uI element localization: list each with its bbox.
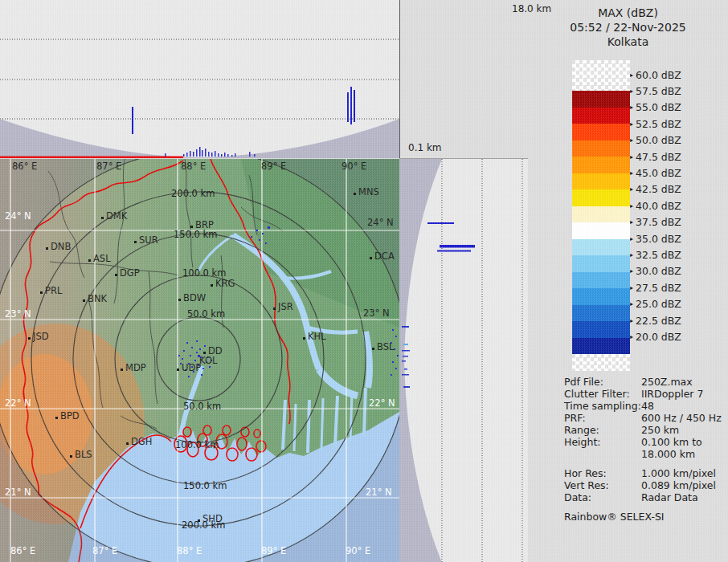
level-arrow-icon: ▸	[630, 333, 633, 340]
legend-level-57.5-dBZ: ▸57.5 dBZ	[630, 85, 681, 96]
legend-level-50.0-dBZ: ▸50.0 dBZ	[630, 135, 681, 146]
meta-value: 250 km	[641, 424, 725, 436]
colorbar-band-9	[572, 239, 630, 256]
legend-header: MAX (dBZ) 05:52 / 22-Nov-2025 Kolkata	[528, 6, 728, 49]
colorbar-band-1	[572, 108, 630, 124]
meta-value: Radar Data	[641, 491, 725, 503]
level-text: 57.5 dBZ	[636, 85, 681, 97]
level-arrow-icon: ▸	[630, 104, 633, 111]
meta-value: 250Z.max	[641, 376, 725, 388]
meta-label: Data:	[564, 491, 641, 503]
level-arrow-icon: ▸	[630, 202, 633, 210]
legend-level-40.0-dBZ: ▸40.0 dBZ	[630, 200, 681, 211]
colorbar-band-11	[572, 272, 630, 289]
meta-row-pdffile: Pdf File:250Z.max	[564, 376, 725, 388]
level-text: 60.0 dBZ	[636, 69, 681, 81]
colorbar-band-2	[572, 124, 630, 140]
scan-metadata: Pdf File:250Z.maxClutter Filter:IIRDoppl…	[564, 376, 725, 523]
legend-level-32.5-dBZ: ▸32.5 dBZ	[630, 249, 681, 260]
meta-row-range: Range:250 km	[564, 424, 725, 436]
level-arrow-icon: ▸	[630, 235, 633, 242]
legend-level-55.0-dBZ: ▸55.0 dBZ	[630, 102, 681, 113]
legend-level-20.0-dBZ: ▸20.0 dBZ	[630, 331, 681, 342]
colorbar-band-7	[572, 206, 630, 223]
colorbar-band-0	[572, 91, 630, 108]
level-text: 42.5 dBZ	[636, 183, 681, 195]
meta-row-prf: PRF:600 Hz / 450 Hz	[564, 412, 725, 424]
level-text: 55.0 dBZ	[636, 101, 681, 113]
colorbar-band-13	[572, 305, 630, 322]
colorbar-below-min-checker	[572, 354, 630, 371]
meta-value: 1.000 km/pixel	[641, 467, 725, 479]
level-arrow-icon: ▸	[630, 71, 633, 79]
legend-level-27.5-dBZ: ▸27.5 dBZ	[630, 282, 681, 293]
legend-level-52.5-dBZ: ▸52.5 dBZ	[630, 118, 681, 129]
top-panel-canvas	[0, 0, 399, 158]
legend-level-25.0-dBZ: ▸25.0 dBZ	[630, 299, 681, 310]
echo-rows	[427, 222, 475, 252]
station-name: Kolkata	[528, 35, 728, 49]
colorbar-band-12	[572, 288, 630, 305]
map-canvas	[0, 159, 399, 562]
meta-label: Range:	[564, 424, 641, 436]
level-arrow-icon: ▸	[630, 120, 633, 128]
product-title: MAX (dBZ)	[528, 6, 728, 20]
level-arrow-icon: ▸	[630, 284, 633, 291]
level-arrow-icon: ▸	[630, 185, 633, 193]
level-arrow-icon: ▸	[630, 88, 633, 95]
level-text: 50.0 dBZ	[636, 134, 681, 146]
colorbar-band-15	[572, 338, 630, 355]
software-brand: Rainbow® SELEX-SI	[564, 511, 725, 523]
legend-level-42.5-dBZ: ▸42.5 dBZ	[630, 184, 681, 195]
colorbar-band-14	[572, 321, 630, 338]
level-arrow-icon: ▸	[630, 251, 633, 259]
vertical-projection-side-panel	[399, 158, 528, 562]
colorbar-band-5	[572, 173, 630, 190]
legend-level-47.5-dBZ: ▸47.5 dBZ	[630, 151, 681, 162]
meta-row-vertres: Vert Res:0.089 km/pixel	[564, 479, 725, 491]
meta-label: Hor Res:	[564, 467, 641, 479]
level-text: 40.0 dBZ	[636, 200, 681, 212]
meta-row-data: Data:Radar Data	[564, 491, 725, 503]
level-text: 27.5 dBZ	[636, 282, 681, 294]
level-text: 25.0 dBZ	[636, 298, 681, 310]
meta-row-horres: Hor Res:1.000 km/pixel	[564, 467, 725, 479]
meta-value: 0.100 km to 18.000 km	[641, 436, 725, 460]
reflectivity-colorbar	[572, 60, 630, 371]
level-text: 22.5 dBZ	[636, 315, 681, 327]
legend-level-22.5-dBZ: ▸22.5 dBZ	[630, 315, 681, 326]
level-arrow-icon: ▸	[630, 300, 633, 307]
meta-value: 48	[641, 400, 725, 412]
level-text: 47.5 dBZ	[636, 151, 681, 163]
meta-label: Time sampling:	[564, 400, 641, 412]
level-arrow-icon: ▸	[630, 218, 633, 226]
vertical-projection-top-panel	[0, 0, 400, 158]
meta-row-timesampling: Time sampling:48	[564, 400, 725, 412]
meta-label: Height:	[564, 436, 641, 460]
legend-level-45.0-dBZ: ▸45.0 dBZ	[630, 167, 681, 178]
level-arrow-icon: ▸	[630, 267, 633, 275]
colorbar-band-10	[572, 255, 630, 272]
level-text: 45.0 dBZ	[636, 167, 681, 179]
meta-label: PRF:	[564, 412, 641, 424]
meta-label: Vert Res:	[564, 479, 641, 491]
level-text: 37.5 dBZ	[636, 216, 681, 228]
meta-label: Pdf File:	[564, 376, 641, 388]
meta-row-height: Height:0.100 km to 18.000 km	[564, 436, 725, 460]
height-axis-min-label: 0.1 km	[408, 142, 442, 153]
meta-value: 0.089 km/pixel	[641, 479, 725, 491]
product-datetime: 05:52 / 22-Nov-2025	[528, 20, 728, 35]
colorbar-above-max-checker	[572, 60, 630, 91]
level-arrow-icon: ▸	[630, 153, 633, 161]
legend-level-35.0-dBZ: ▸35.0 dBZ	[630, 233, 681, 244]
legend-level-37.5-dBZ: ▸37.5 dBZ	[630, 217, 681, 228]
colorbar-band-3	[572, 140, 630, 157]
level-text: 35.0 dBZ	[636, 233, 681, 245]
level-arrow-icon: ▸	[630, 169, 633, 177]
level-arrow-icon: ▸	[630, 317, 633, 324]
meta-label: Clutter Filter:	[564, 388, 641, 400]
radar-product-screen: { "header": { "product": "MAX (dBZ)", "d…	[0, 0, 728, 562]
top-map-border-red	[0, 157, 183, 159]
colorbar-band-8	[572, 222, 630, 239]
side-panel-canvas	[399, 159, 528, 562]
